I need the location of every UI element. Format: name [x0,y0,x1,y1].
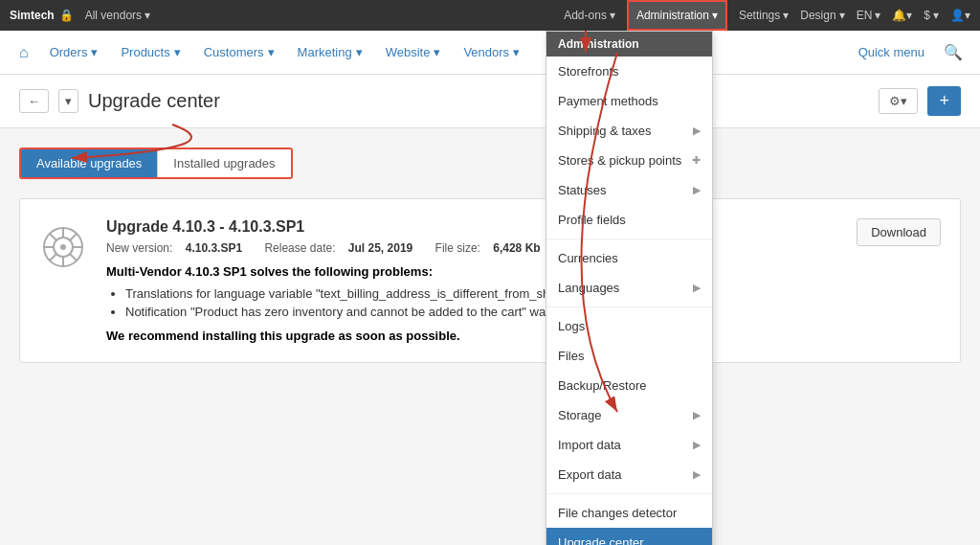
upgrade-bullets: Translations for language variable "text… [125,286,835,319]
website-nav[interactable]: Website ▾ [374,31,453,75]
chevron-down-icon: ▾ [610,9,615,22]
brand-logo: Simtech 🔒 [10,9,74,22]
chevron-down-icon: ▾ [174,45,181,59]
available-upgrades-tab[interactable]: Available upgrades [21,149,157,177]
menu-divider [546,238,712,239]
arrow-icon: ▶ [693,282,701,294]
brand-name: Simtech [10,9,55,22]
administration-nav[interactable]: Administration ▾ [627,0,727,31]
home-button[interactable]: ⌂ [10,44,38,61]
svg-line-9 [70,234,77,240]
menu-item-files[interactable]: Files [546,341,712,371]
add-button[interactable]: + [927,86,961,116]
lock-icon: 🔒 [59,9,74,22]
bullet-2: Notification "Product has zero inventory… [125,305,835,319]
chevron-down-icon: ▾ [356,45,363,59]
menu-item-languages[interactable]: Languages ▶ [546,273,712,303]
menu-item-shipping[interactable]: Shipping & taxes ▶ [546,116,712,146]
search-button[interactable]: 🔍 [936,43,970,61]
new-version-label: New version: 4.10.3.SP1 [106,241,255,255]
recommendation: We recommend installing this upgrade as … [106,329,835,343]
menu-divider [546,307,712,307]
upgrade-item: Upgrade 4.10.3 - 4.10.3.SP1 New version:… [19,198,961,363]
main-nav: ⌂ Orders ▾ Products ▾ Customers ▾ Market… [0,31,980,75]
upgrade-meta: New version: 4.10.3.SP1 Release date: Ju… [106,241,835,255]
chevron-down-icon: ▾ [875,9,880,22]
menu-item-logs[interactable]: Logs [546,311,712,341]
vendor-selector[interactable]: All vendors ▾ [85,9,150,22]
chevron-down-icon: ▾ [933,9,939,22]
menu-item-payment[interactable]: Payment methods [546,86,712,116]
svg-line-7 [50,234,56,240]
upgrade-icon [39,223,87,280]
page-title: Upgrade center [88,90,220,112]
addons-nav[interactable]: Add-ons ▾ [564,9,615,22]
menu-item-currencies[interactable]: Currencies [546,243,712,273]
page-header: ← ▾ Upgrade center ⚙▾ + [0,75,980,128]
currency-selector[interactable]: $ ▾ [924,9,939,22]
installed-upgrades-tab[interactable]: Installed upgrades [157,149,290,177]
administration-dropdown: Administration Storefronts Payment metho… [546,31,713,382]
dropdown-button[interactable]: ▾ [58,89,78,113]
chevron-down-icon: ▾ [839,9,845,22]
svg-point-2 [60,244,66,250]
user-menu[interactable]: 👤▾ [950,9,970,22]
top-bar: Simtech 🔒 All vendors ▾ Add-ons ▾ Admini… [0,0,980,31]
dropdown-header: Administration [546,32,712,57]
content-area: Available upgrades Installed upgrades Up… [0,128,980,382]
chevron-down-icon: ▾ [783,9,789,22]
chevron-down-icon: ▾ [268,45,275,59]
settings-nav[interactable]: Settings ▾ [739,9,789,22]
orders-nav[interactable]: Orders ▾ [38,31,110,75]
menu-item-stores[interactable]: Stores & pickup points ✚ [546,146,712,175]
quick-menu[interactable]: Quick menu [847,45,936,59]
chevron-down-icon: ▾ [513,45,520,59]
products-nav[interactable]: Products ▾ [109,31,191,75]
plus-icon: ✚ [692,154,701,167]
language-selector[interactable]: EN ▾ [857,9,881,22]
chevron-down-icon: ▾ [712,9,718,22]
customers-nav[interactable]: Customers ▾ [192,31,286,75]
menu-item-backup[interactable]: Backup/Restore [546,371,712,382]
upgrade-body: Upgrade 4.10.3 - 4.10.3.SP1 New version:… [106,218,835,343]
upgrade-description: Multi-Vendor 4.10.3 SP1 solves the follo… [106,264,835,319]
menu-item-profile[interactable]: Profile fields [546,205,712,235]
svg-line-8 [70,254,77,261]
back-button[interactable]: ← [19,89,49,113]
bullet-1: Translations for language variable "text… [125,286,835,301]
menu-item-storefronts[interactable]: Storefronts [546,57,712,86]
chevron-down-icon: ▾ [91,45,98,59]
marketing-nav[interactable]: Marketing ▾ [286,31,374,75]
menu-item-statuses[interactable]: Statuses ▶ [546,175,712,205]
desc-title: Multi-Vendor 4.10.3 SP1 solves the follo… [106,264,835,279]
tabs-container: Available upgrades Installed upgrades [19,148,293,179]
gear-button[interactable]: ⚙▾ [879,88,918,114]
arrow-icon: ▶ [693,184,701,196]
arrow-icon: ▶ [693,125,701,137]
filesize-label: File size: 6,428 Kb [435,241,550,255]
vendors-nav[interactable]: Vendors ▾ [452,31,531,75]
release-date-label: Release date: Jul 25, 2019 [264,241,425,255]
notifications[interactable]: 🔔▾ [892,9,912,22]
chevron-down-icon: ▾ [434,45,440,59]
svg-line-10 [50,254,56,261]
download-button[interactable]: Download [857,218,941,246]
chevron-down-icon: ▾ [145,9,150,22]
upgrade-title: Upgrade 4.10.3 - 4.10.3.SP1 [106,218,835,236]
design-nav[interactable]: Design ▾ [800,9,844,22]
